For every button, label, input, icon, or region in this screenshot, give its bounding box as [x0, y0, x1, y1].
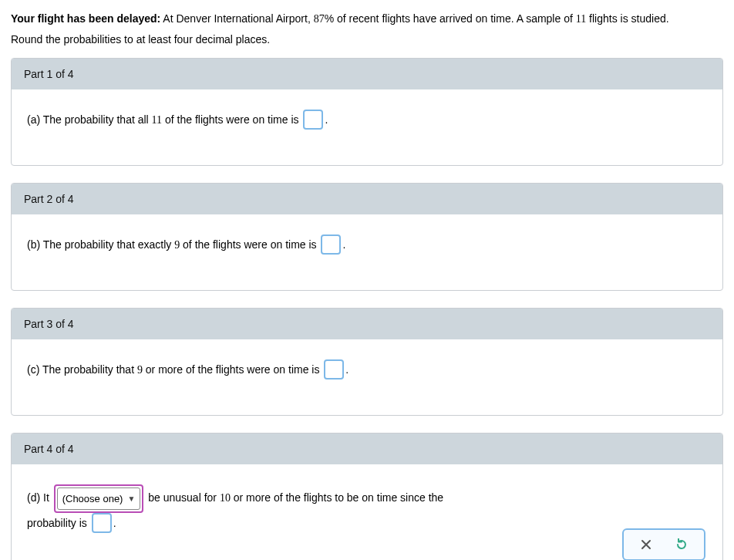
part-4-dropdown[interactable]: (Choose one)▼ [57, 487, 141, 510]
part-1-answer-input[interactable] [303, 110, 323, 130]
part-3-answer-input[interactable] [324, 359, 344, 380]
part-4-mid: be unusual for [145, 491, 220, 504]
problem-intro: Your flight has been delayed: At Denver … [11, 11, 723, 27]
part-3-tail: or more of the flights were on time is [143, 363, 322, 376]
part-4-card: Part 4 of 4 (d) It (Choose one)▼ be unus… [11, 433, 723, 560]
part-4-line2: probability is [27, 517, 90, 529]
close-icon [641, 539, 652, 550]
part-2-card: Part 2 of 4 (b) The probability that exa… [11, 183, 723, 291]
part-4-body: (d) It (Choose one)▼ be unusual for 10 o… [12, 464, 722, 560]
part-2-label: (b) The probability that exactly [27, 238, 174, 251]
part-1-card: Part 1 of 4 (a) The probability that all… [11, 58, 723, 166]
part-2-header: Part 2 of 4 [12, 184, 722, 214]
intro-text-a: At Denver International Airport, [160, 12, 313, 25]
part-1-n: 11 [152, 114, 162, 126]
part-4-lead: (d) It [27, 491, 52, 504]
part-3-label: (c) The probability that [27, 363, 137, 376]
intro-n: 11 [576, 13, 586, 25]
period: . [113, 517, 116, 529]
chevron-down-icon: ▼ [127, 492, 135, 506]
part-1-tail: of the flights were on time is [162, 113, 301, 126]
period: . [342, 238, 345, 251]
part-4-n: 10 [220, 492, 231, 504]
dropdown-selected: (Choose one) [62, 490, 123, 508]
action-box [622, 528, 705, 560]
undo-icon [675, 538, 688, 551]
intro-percent: 87 [314, 13, 325, 25]
instructions: Round the probabilities to at least four… [11, 33, 723, 46]
part-2-answer-input[interactable] [321, 234, 341, 255]
intro-bold: Your flight has been delayed: [11, 12, 160, 25]
part-1-label: (a) The probability that all [27, 113, 152, 126]
reset-button[interactable] [675, 538, 689, 552]
clear-button[interactable] [639, 538, 653, 552]
part-2-tail: of the flights were on time is [180, 238, 319, 251]
part-2-body: (b) The probability that exactly 9 of th… [12, 214, 722, 290]
period: . [325, 113, 328, 126]
part-1-header: Part 1 of 4 [12, 59, 722, 89]
part-4-answer-input[interactable] [92, 513, 112, 533]
part-1-body: (a) The probability that all 11 of the f… [12, 89, 722, 165]
part-3-card: Part 3 of 4 (c) The probability that 9 o… [11, 308, 723, 416]
period: . [345, 363, 348, 376]
intro-text-c: flights is studied. [586, 12, 668, 25]
intro-text-b: % of recent flights have arrived on time… [325, 12, 576, 25]
part-3-header: Part 3 of 4 [12, 309, 722, 339]
part-4-header: Part 4 of 4 [12, 433, 722, 464]
part-4-mid2: or more of the flights to be on time sin… [231, 491, 443, 504]
part-4-dropdown-wrap: (Choose one)▼ [54, 484, 144, 513]
part-3-n: 9 [137, 364, 143, 376]
part-3-body: (c) The probability that 9 or more of th… [12, 339, 722, 415]
